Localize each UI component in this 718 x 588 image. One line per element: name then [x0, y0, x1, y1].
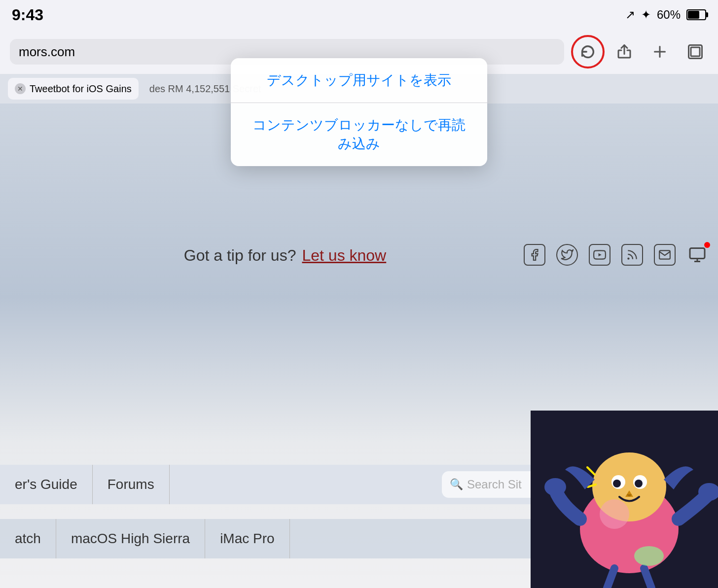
main-content: Got a tip for us? Let us know	[0, 104, 718, 588]
share-icon	[615, 43, 633, 61]
buyers-guide-nav-item[interactable]: er's Guide	[0, 465, 93, 504]
tip-static-text: Got a tip for us?	[184, 246, 296, 265]
tab-label: Tweetbot for iOS Gains	[30, 83, 132, 95]
youtube-icon[interactable]	[589, 244, 610, 266]
context-menu-popup: デスクトップ用サイトを表示 コンテンツブロッカーなしで再読み込み	[231, 58, 487, 166]
svg-rect-3	[691, 47, 700, 56]
email-icon[interactable]	[654, 244, 676, 266]
buyers-guide-label: er's Guide	[15, 477, 77, 492]
reload-without-blockers-label: コンテンツブロッカーなしで再読み込み	[252, 117, 466, 151]
url-text: mors.com	[19, 44, 75, 60]
svg-point-22	[600, 499, 629, 529]
tip-link[interactable]: Let us know	[302, 246, 386, 265]
status-time: 9:43	[12, 6, 43, 24]
svg-rect-6	[690, 248, 705, 259]
notification-dot	[704, 242, 710, 248]
battery-percentage: 60%	[657, 8, 681, 22]
feed-icon[interactable]	[686, 244, 708, 266]
rss-icon[interactable]	[621, 244, 643, 266]
tab-close-button[interactable]: ✕	[15, 83, 26, 94]
svg-point-11	[544, 478, 566, 496]
tag-item-macos[interactable]: macOS High Sierra	[56, 519, 205, 558]
svg-point-5	[628, 258, 629, 259]
active-tab[interactable]: ✕ Tweetbot for iOS Gains	[8, 78, 139, 100]
illustration-svg	[531, 411, 718, 588]
tag-watch-label: atch	[15, 531, 41, 547]
svg-point-17	[635, 480, 643, 487]
facebook-icon[interactable]	[524, 244, 545, 266]
desktop-site-label: デスクトップ用サイトを表示	[267, 72, 451, 88]
reload-button[interactable]	[574, 38, 602, 66]
share-button[interactable]	[611, 39, 637, 65]
svg-point-23	[634, 546, 664, 566]
reload-highlight-circle	[571, 35, 605, 69]
illustration-panel	[531, 411, 718, 588]
twitter-icon[interactable]	[556, 244, 578, 266]
search-placeholder: Search Sit	[467, 478, 522, 491]
tag-bar: atch macOS High Sierra iMac Pro	[0, 519, 570, 558]
add-tab-button[interactable]	[647, 39, 673, 65]
social-icons-bar	[524, 244, 708, 266]
reload-without-blockers-option[interactable]: コンテンツブロッカーなしで再読み込み	[231, 103, 487, 166]
bluetooth-icon: ✦	[641, 8, 651, 22]
svg-marker-4	[599, 253, 602, 257]
tabs-icon	[686, 43, 704, 61]
footer-nav: er's Guide Forums 🔍 Search Sit	[0, 465, 570, 504]
status-bar: 9:43 ↗ ✦ 60%	[0, 0, 718, 30]
search-icon: 🔍	[450, 478, 463, 491]
status-icons: ↗ ✦ 60%	[625, 8, 706, 22]
forums-nav-item[interactable]: Forums	[93, 465, 170, 504]
tabs-button[interactable]	[682, 39, 708, 65]
forums-label: Forums	[108, 477, 154, 492]
plus-icon	[651, 43, 669, 61]
tip-section: Got a tip for us? Let us know	[0, 246, 570, 265]
svg-point-16	[613, 480, 621, 487]
tag-imacpro-label: iMac Pro	[220, 531, 274, 547]
battery-icon	[686, 9, 706, 20]
tag-item-imacpro[interactable]: iMac Pro	[205, 519, 289, 558]
tag-macos-label: macOS High Sierra	[71, 531, 190, 547]
desktop-site-option[interactable]: デスクトップ用サイトを表示	[231, 58, 487, 103]
location-icon: ↗	[625, 8, 635, 22]
tag-item-watch[interactable]: atch	[0, 519, 56, 558]
